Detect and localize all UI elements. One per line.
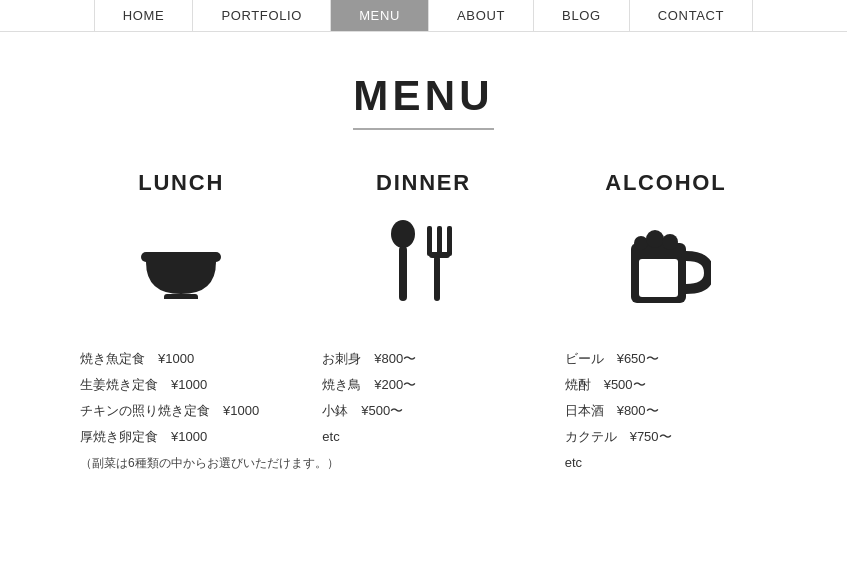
alcohol-heading: ALCOHOL — [605, 170, 726, 196]
svg-point-2 — [391, 220, 415, 248]
nav-item-menu[interactable]: MENU — [331, 0, 429, 31]
svg-point-10 — [634, 236, 648, 250]
alcohol-icon — [616, 216, 716, 316]
menu-item: ビール ¥650〜 — [565, 346, 767, 372]
svg-point-11 — [646, 230, 664, 248]
svg-point-12 — [662, 234, 678, 250]
menu-item: お刺身 ¥800〜 — [322, 346, 524, 372]
svg-rect-8 — [434, 256, 440, 301]
menu-item: 焼酎 ¥500〜 — [565, 372, 767, 398]
main-nav: HOMEPORTFOLIOMENUABOUTBLOGCONTACT — [0, 0, 847, 32]
menu-section-alcohol: ALCOHOL ビール ¥650〜焼酎 ¥500〜日本酒 ¥800〜カクテル ¥… — [545, 170, 787, 476]
dinner-items: お刺身 ¥800〜焼き鳥 ¥200〜小鉢 ¥500〜etc — [322, 346, 524, 450]
cutlery-svg — [383, 216, 463, 316]
nav-item-blog[interactable]: BLOG — [534, 0, 630, 31]
lunch-note: （副菜は6種類の中からお選びいただけます。） — [80, 454, 260, 473]
menu-item: 小鉢 ¥500〜 — [322, 398, 524, 424]
lunch-heading: LUNCH — [138, 170, 224, 196]
menu-item: 生姜焼き定食 ¥1000 — [80, 372, 282, 398]
lunch-items: 焼き魚定食 ¥1000生姜焼き定食 ¥1000チキンの照り焼き定食 ¥1000厚… — [80, 346, 282, 473]
menu-item: チキンの照り焼き定食 ¥1000 — [80, 398, 282, 424]
nav-item-portfolio[interactable]: PORTFOLIO — [193, 0, 331, 31]
svg-rect-5 — [437, 226, 442, 256]
menu-item: etc — [565, 450, 767, 476]
menu-section-lunch: LUNCH 焼き魚定食 ¥1000生姜焼き定食 ¥1000チキンの照り焼き定食 … — [60, 170, 302, 476]
dinner-heading: DINNER — [376, 170, 471, 196]
menu-item: 日本酒 ¥800〜 — [565, 398, 767, 424]
svg-rect-13 — [639, 259, 678, 297]
nav-item-contact[interactable]: CONTACT — [630, 0, 753, 31]
menu-item: 厚焼き卵定食 ¥1000 — [80, 424, 282, 450]
dinner-icon — [373, 216, 473, 316]
menu-item: 焼き鳥 ¥200〜 — [322, 372, 524, 398]
svg-rect-4 — [427, 226, 432, 256]
svg-rect-3 — [399, 246, 407, 301]
menu-container: LUNCH 焼き魚定食 ¥1000生姜焼き定食 ¥1000チキンの照り焼き定食 … — [0, 150, 847, 516]
svg-rect-0 — [141, 252, 221, 262]
page-title-section: MENU — [0, 32, 847, 150]
menu-item: etc — [322, 424, 524, 450]
svg-rect-1 — [164, 294, 198, 299]
menu-section-dinner: DINNER お刺身 ¥800〜焼き鳥 ¥200〜小鉢 ¥500〜etc — [302, 170, 544, 476]
nav-item-about[interactable]: ABOUT — [429, 0, 534, 31]
alcohol-items: ビール ¥650〜焼酎 ¥500〜日本酒 ¥800〜カクテル ¥750〜etc — [565, 346, 767, 476]
nav-item-home[interactable]: HOME — [94, 0, 194, 31]
svg-rect-7 — [429, 252, 450, 258]
page-title: MENU — [353, 72, 493, 130]
menu-item: カクテル ¥750〜 — [565, 424, 767, 450]
beer-svg — [621, 221, 711, 311]
svg-rect-6 — [447, 226, 452, 256]
menu-item: 焼き魚定食 ¥1000 — [80, 346, 282, 372]
bowl-svg — [136, 234, 226, 299]
lunch-icon — [131, 216, 231, 316]
